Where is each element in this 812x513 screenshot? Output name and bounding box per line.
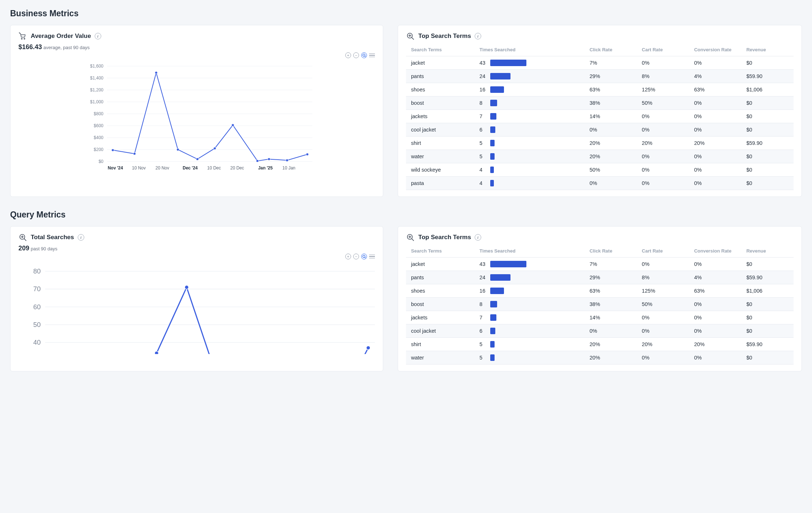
cell-cart-rate: 0% (637, 110, 689, 123)
cell-times-searched: 8 (474, 298, 584, 311)
cell-search-term: cool jacket (406, 123, 474, 137)
info-icon[interactable]: i (475, 33, 481, 39)
cell-cart-rate: 125% (637, 83, 689, 96)
info-icon[interactable]: i (78, 234, 84, 241)
svg-text:20 Nov: 20 Nov (155, 165, 169, 171)
table-row[interactable]: boost838%50%0%$0 (406, 96, 794, 110)
cell-click-rate: 29% (585, 271, 637, 284)
chart-toolbar: + − (18, 254, 375, 259)
times-searched-bar (490, 328, 495, 334)
table-row[interactable]: water520%0%0%$0 (406, 351, 794, 365)
table-row[interactable]: shirt520%20%20%$59.90 (406, 137, 794, 150)
cell-times-searched: 16 (474, 83, 584, 96)
col-search-terms[interactable]: Search Terms (406, 43, 474, 56)
cell-revenue: $0 (741, 298, 794, 311)
zoom-in-icon[interactable]: + (345, 52, 351, 58)
cell-revenue: $1,006 (741, 284, 794, 298)
cell-click-rate: 29% (585, 70, 637, 83)
col-conversion-rate[interactable]: Conversion Rate (689, 245, 742, 258)
card-top-search-terms-query: Top Search Terms i Search Terms Times Se… (398, 226, 802, 371)
chart-menu-icon[interactable] (369, 52, 375, 58)
cell-conversion-rate: 0% (689, 298, 742, 311)
table-row[interactable]: pants2429%8%4%$59.90 (406, 70, 794, 83)
cell-conversion-rate: 0% (689, 110, 742, 123)
cell-click-rate: 20% (585, 150, 637, 163)
search-zoom-icon (18, 233, 27, 242)
cell-search-term: boost (406, 298, 474, 311)
info-icon[interactable]: i (475, 234, 481, 241)
table-row[interactable]: cool jacket60%0%0%$0 (406, 324, 794, 338)
cell-cart-rate: 0% (637, 163, 689, 177)
cell-cart-rate: 0% (637, 311, 689, 324)
cell-click-rate: 7% (585, 258, 637, 271)
cell-revenue: $0 (741, 96, 794, 110)
table-row[interactable]: pasta40%0%0%$0 (406, 177, 794, 190)
times-searched-bar (490, 86, 504, 93)
col-revenue[interactable]: Revenue (741, 43, 794, 56)
col-search-terms[interactable]: Search Terms (406, 245, 474, 258)
svg-point-30 (268, 158, 270, 160)
cell-conversion-rate: 0% (689, 351, 742, 365)
svg-point-24 (155, 72, 158, 74)
svg-line-79 (412, 239, 414, 241)
cell-cart-rate: 0% (637, 150, 689, 163)
cell-revenue: $0 (741, 150, 794, 163)
svg-point-29 (256, 160, 259, 162)
col-cart-rate[interactable]: Cart Rate (637, 43, 689, 56)
table-row[interactable]: shirt520%20%20%$59.90 (406, 338, 794, 351)
table-row[interactable]: shoes1663%125%63%$1,006 (406, 284, 794, 298)
table-row[interactable]: pants2429%8%4%$59.90 (406, 271, 794, 284)
card-top-search-terms-business: Top Search Terms i Search Terms Times Se… (398, 25, 802, 197)
col-revenue[interactable]: Revenue (741, 245, 794, 258)
cell-conversion-rate: 0% (689, 56, 742, 70)
zoom-out-icon[interactable]: − (353, 254, 359, 259)
times-searched-bar (490, 100, 497, 106)
table-row[interactable]: jacket437%0%0%$0 (406, 258, 794, 271)
total-searches-value: 209 (18, 245, 29, 252)
svg-line-42 (412, 38, 414, 40)
col-click-rate[interactable]: Click Rate (585, 245, 637, 258)
svg-point-27 (214, 147, 216, 150)
chart-menu-icon[interactable] (369, 254, 375, 259)
chart-total-searches: 80 70 60 50 40 30 20 10 (18, 260, 375, 354)
cell-times-searched: 4 (474, 163, 584, 177)
cell-click-rate: 50% (585, 163, 637, 177)
table-row[interactable]: wild sockeye450%0%0%$0 (406, 163, 794, 177)
cell-cart-rate: 0% (637, 324, 689, 338)
zoom-reset-icon[interactable] (361, 254, 367, 259)
table-row[interactable]: jackets714%0%0%$0 (406, 110, 794, 123)
cell-search-term: shirt (406, 338, 474, 351)
cell-click-rate: 7% (585, 56, 637, 70)
zoom-in-icon[interactable]: + (345, 254, 351, 259)
cell-revenue: $59.90 (741, 271, 794, 284)
cell-cart-rate: 0% (637, 123, 689, 137)
cell-click-rate: 38% (585, 96, 637, 110)
col-cart-rate[interactable]: Cart Rate (637, 245, 689, 258)
times-searched-bar (490, 274, 510, 281)
table-row[interactable]: boost838%50%0%$0 (406, 298, 794, 311)
table-row[interactable]: jackets714%0%0%$0 (406, 311, 794, 324)
table-row[interactable]: shoes1663%125%63%$1,006 (406, 83, 794, 96)
svg-text:10 Jan: 10 Jan (282, 165, 295, 171)
table-row[interactable]: cool jacket60%0%0%$0 (406, 123, 794, 137)
card-title: Top Search Terms (418, 234, 471, 241)
cell-conversion-rate: 0% (689, 163, 742, 177)
cell-revenue: $0 (741, 177, 794, 190)
cell-click-rate: 20% (585, 338, 637, 351)
table-row[interactable]: jacket437%0%0%$0 (406, 56, 794, 70)
times-searched-bar (490, 153, 495, 160)
cell-cart-rate: 0% (637, 177, 689, 190)
col-times-searched[interactable]: Times Searched (474, 43, 584, 56)
col-times-searched[interactable]: Times Searched (474, 245, 584, 258)
col-click-rate[interactable]: Click Rate (585, 43, 637, 56)
zoom-reset-icon[interactable] (361, 52, 367, 58)
zoom-out-icon[interactable]: − (353, 52, 359, 58)
times-searched-bar (490, 354, 495, 361)
aov-sub: average, past 90 days (43, 45, 90, 50)
cell-times-searched: 4 (474, 177, 584, 190)
table-row[interactable]: water520%0%0%$0 (406, 150, 794, 163)
col-conversion-rate[interactable]: Conversion Rate (689, 43, 742, 56)
cell-search-term: water (406, 150, 474, 163)
info-icon[interactable]: i (95, 33, 101, 39)
cell-search-term: boost (406, 96, 474, 110)
